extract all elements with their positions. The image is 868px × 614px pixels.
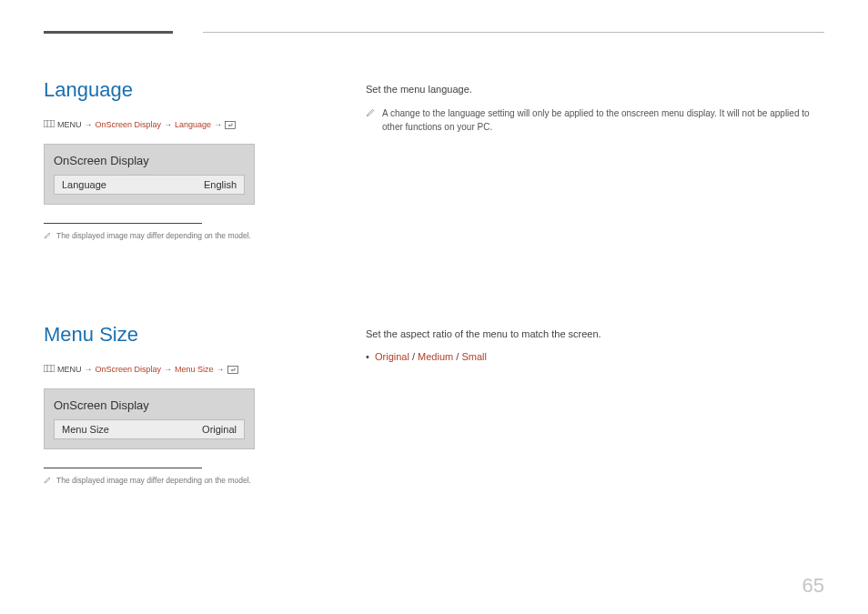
option: Medium (418, 351, 453, 362)
arrow-icon: → (164, 120, 172, 129)
osd-panel-title: OnScreen Display (54, 154, 245, 167)
left-column: Menu Size MENU → OnScreen Display → Menu… (44, 323, 317, 488)
osd-row-value: Original (202, 424, 237, 435)
svg-rect-3 (226, 122, 236, 129)
breadcrumb: MENU → OnScreen Display → Language → (44, 120, 317, 129)
thick-rule (44, 31, 173, 34)
menu-icon (44, 365, 55, 374)
option-separator: / (453, 351, 461, 362)
option: Original (375, 351, 409, 362)
model-differ-note: The displayed image may differ depending… (44, 476, 317, 488)
right-note-text: A change to the language setting will on… (382, 106, 824, 134)
note-text: The displayed image may differ depending… (56, 476, 251, 487)
section-language: Language MENU → OnScreen Display → Langu… (44, 78, 824, 243)
osd-row-label: Language (62, 179, 106, 190)
breadcrumb-item: Language (175, 120, 211, 129)
enter-icon (225, 120, 236, 129)
osd-panel: OnScreen Display Language English (44, 144, 255, 205)
right-column: Set the aspect ratio of the menu to matc… (366, 323, 824, 488)
note-text: The displayed image may differ depending… (56, 231, 251, 242)
section-title: Menu Size (44, 323, 317, 347)
svg-rect-7 (227, 367, 237, 374)
pencil-icon (366, 107, 375, 121)
section-menu-size: Menu Size MENU → OnScreen Display → Menu… (44, 323, 824, 488)
left-column: Language MENU → OnScreen Display → Langu… (44, 78, 317, 243)
page-number: 65 (802, 574, 824, 598)
right-intro: Set the aspect ratio of the menu to matc… (366, 327, 824, 342)
osd-row: Language English (54, 175, 245, 195)
arrow-icon: → (85, 365, 93, 374)
svg-rect-0 (44, 120, 55, 127)
section-title: Language (44, 78, 317, 102)
breadcrumb-menu-label: MENU (57, 120, 82, 129)
breadcrumb-item: OnScreen Display (96, 365, 162, 374)
options-line: Original / Medium / Small (366, 351, 824, 362)
breadcrumb-item: OnScreen Display (96, 120, 162, 129)
pencil-icon (44, 232, 51, 243)
arrow-icon: → (217, 365, 225, 374)
option-separator: / (409, 351, 418, 362)
pencil-icon (44, 477, 51, 488)
svg-rect-4 (44, 365, 55, 372)
right-column: Set the menu language. A change to the l… (366, 78, 824, 243)
breadcrumb-menu-label: MENU (57, 365, 82, 374)
osd-panel-title: OnScreen Display (54, 398, 245, 412)
osd-row: Menu Size Original (54, 419, 245, 439)
arrow-icon: → (214, 120, 222, 129)
breadcrumb: MENU → OnScreen Display → Menu Size → (44, 365, 317, 374)
arrow-icon: → (85, 120, 93, 129)
osd-row-value: English (204, 179, 237, 190)
right-note: A change to the language setting will on… (366, 106, 824, 134)
divider (44, 468, 202, 468)
thin-rule (203, 32, 824, 33)
osd-panel: OnScreen Display Menu Size Original (44, 388, 255, 449)
osd-row-label: Menu Size (62, 424, 109, 435)
option: Small (461, 351, 487, 362)
breadcrumb-item: Menu Size (175, 365, 214, 374)
enter-icon (227, 365, 238, 374)
right-intro: Set the menu language. (366, 82, 824, 97)
divider (44, 223, 202, 224)
arrow-icon: → (164, 365, 172, 374)
model-differ-note: The displayed image may differ depending… (44, 231, 317, 243)
menu-icon (44, 120, 55, 129)
